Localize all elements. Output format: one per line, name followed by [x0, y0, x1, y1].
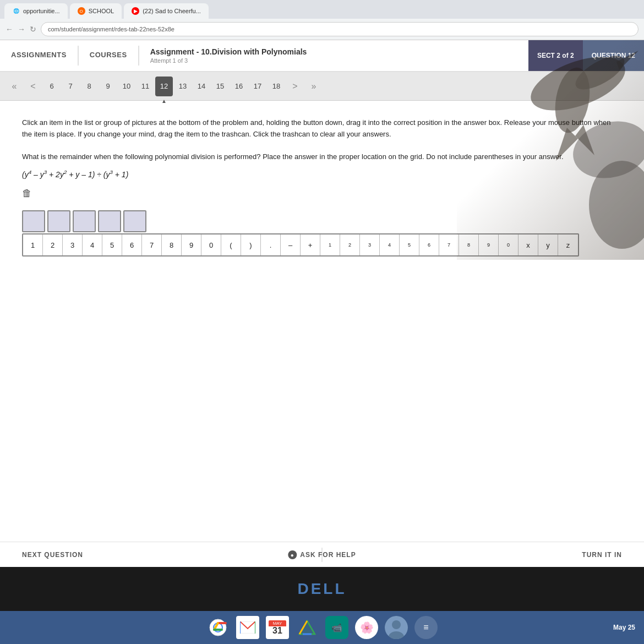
num-btn-sup6[interactable]: 6	[419, 234, 439, 255]
num-btn-sup1[interactable]: 1	[320, 234, 340, 255]
assignment-attempt: Attempt 1 of 3	[150, 57, 307, 64]
nav-assignments[interactable]: ASSIGNMENTS	[0, 40, 78, 71]
page-11[interactable]: 11	[137, 77, 154, 96]
tab-icon-youtube: ▶	[132, 7, 139, 15]
taskbar-meet[interactable]: 📹	[325, 616, 348, 639]
page-16[interactable]: 16	[230, 77, 248, 96]
svg-marker-14	[299, 621, 315, 634]
taskbar: MAY 31 📹 🌸 ≡ May 25	[0, 611, 644, 644]
num-btn-plus[interactable]: +	[301, 234, 320, 255]
ask-for-help-btn[interactable]: ● ASK FOR HELP	[288, 550, 356, 559]
answer-cell-4[interactable]	[98, 210, 121, 232]
num-btn-0[interactable]: 0	[201, 234, 221, 255]
num-btn-minus[interactable]: –	[281, 234, 301, 255]
address-bar: ← → ↻	[0, 19, 644, 40]
taskbar-avatar[interactable]	[385, 616, 408, 639]
num-btn-sup8[interactable]: 8	[459, 234, 479, 255]
page-first[interactable]: «	[6, 77, 23, 96]
num-btn-7[interactable]: 7	[142, 234, 162, 255]
number-input-row: 1 2 3 4 5 6 7 8 9 0 ( ) . – + 1 2 3 4 5	[22, 233, 579, 256]
taskbar-date: May 25	[613, 624, 635, 631]
taskbar-gmail[interactable]	[236, 616, 259, 639]
page-8[interactable]: 8	[80, 77, 98, 96]
num-btn-3[interactable]: 3	[63, 234, 83, 255]
num-btn-9[interactable]: 9	[182, 234, 201, 255]
num-btn-sup2[interactable]: 2	[340, 234, 360, 255]
taskbar-calendar[interactable]: MAY 31	[266, 616, 289, 639]
taskbar-menu[interactable]: ≡	[414, 616, 438, 639]
address-input[interactable]	[41, 22, 638, 36]
turn-it-in-btn[interactable]: TURN IT IN	[582, 551, 622, 559]
num-btn-sup3[interactable]: 3	[360, 234, 380, 255]
page-12-current[interactable]: 12	[155, 77, 173, 96]
num-btn-sup5[interactable]: 5	[400, 234, 419, 255]
tab-icon-opportunities: 🌐	[12, 7, 20, 15]
main-content: Click an item in the list or group of pi…	[0, 101, 644, 542]
assignment-title: Assignment - 10.Division with Polynomial…	[150, 47, 307, 56]
svg-point-18	[392, 620, 401, 629]
page-7[interactable]: 7	[62, 77, 79, 96]
num-btn-lparen[interactable]: (	[221, 234, 241, 255]
page-13[interactable]: 13	[174, 77, 192, 96]
num-btn-rparen[interactable]: )	[241, 234, 261, 255]
question-text: What is the remainder when the following…	[22, 151, 622, 163]
forward-btn[interactable]: →	[18, 25, 25, 34]
num-btn-5[interactable]: 5	[102, 234, 122, 255]
help-icon: ●	[288, 550, 297, 559]
section-badge: SECT 2 of 2	[528, 40, 583, 71]
taskbar-chrome[interactable]	[206, 616, 230, 639]
page-18[interactable]: 18	[268, 77, 285, 96]
page-17[interactable]: 17	[249, 77, 266, 96]
dell-area: DELL	[0, 567, 644, 611]
page-prev[interactable]: <	[24, 77, 42, 96]
num-btn-dot[interactable]: .	[261, 234, 281, 255]
math-expression: (y4 – y3 + 2y2 + y – 1) ÷ (y3 + 1)	[22, 169, 622, 179]
answer-cell-1[interactable]	[22, 210, 45, 232]
num-btn-6[interactable]: 6	[122, 234, 142, 255]
back-btn[interactable]: ←	[6, 25, 13, 34]
taskbar-drive[interactable]	[296, 616, 319, 639]
nav-right: SECT 2 of 2 QUESTION 12	[528, 40, 644, 71]
question-badge: QUESTION 12	[583, 40, 644, 71]
num-btn-sup4[interactable]: 4	[380, 234, 400, 255]
next-question-btn[interactable]: NEXT QUESTION	[22, 551, 83, 559]
browser-tab-school[interactable]: O SCHOOL	[70, 3, 122, 19]
num-btn-y[interactable]: y	[538, 234, 558, 255]
num-btn-8[interactable]: 8	[162, 234, 182, 255]
pagination-bar: « < 6 7 8 9 10 11 12 13 14 15 16 17 18 >…	[0, 72, 644, 101]
answer-grid	[22, 210, 622, 232]
page-last[interactable]: »	[305, 77, 323, 96]
answer-cell-3[interactable]	[73, 210, 96, 232]
tab-icon-school: O	[78, 7, 85, 15]
answer-cell-2[interactable]	[47, 210, 70, 232]
instructions: Click an item in the list or group of pi…	[22, 117, 622, 140]
taskbar-photos[interactable]: 🌸	[355, 616, 378, 639]
nav-bar: ASSIGNMENTS COURSES Assignment - 10.Divi…	[0, 40, 644, 72]
trash-icon[interactable]: 🗑	[22, 188, 622, 199]
dell-logo: DELL	[297, 580, 346, 598]
page-9[interactable]: 9	[99, 77, 117, 96]
num-btn-4[interactable]: 4	[83, 234, 102, 255]
page-15[interactable]: 15	[211, 77, 229, 96]
num-btn-1[interactable]: 1	[23, 234, 43, 255]
num-btn-2[interactable]: 2	[43, 234, 63, 255]
refresh-btn[interactable]: ↻	[30, 25, 36, 34]
num-btn-sup0[interactable]: 0	[499, 234, 519, 255]
page-next[interactable]: >	[286, 77, 304, 96]
num-btn-x[interactable]: x	[519, 234, 538, 255]
page-10[interactable]: 10	[118, 77, 135, 96]
answer-cell-5[interactable]	[123, 210, 146, 232]
assignment-info: Assignment - 10.Division with Polynomial…	[139, 40, 318, 71]
nav-courses[interactable]: COURSES	[79, 40, 138, 71]
bottom-bar: NEXT QUESTION ● ASK FOR HELP TURN IT IN	[0, 542, 644, 567]
num-btn-z[interactable]: z	[558, 234, 578, 255]
page-14[interactable]: 14	[193, 77, 210, 96]
browser-tab-opportunities[interactable]: 🌐 opportunitie...	[4, 3, 68, 19]
num-btn-sup7[interactable]: 7	[439, 234, 459, 255]
content-wrapper: Click an item in the list or group of pi…	[0, 101, 644, 567]
page-6[interactable]: 6	[43, 77, 61, 96]
num-btn-sup9[interactable]: 9	[479, 234, 499, 255]
browser-tab-youtube[interactable]: ▶ (22) Sad to Cheerfu...	[124, 3, 209, 19]
